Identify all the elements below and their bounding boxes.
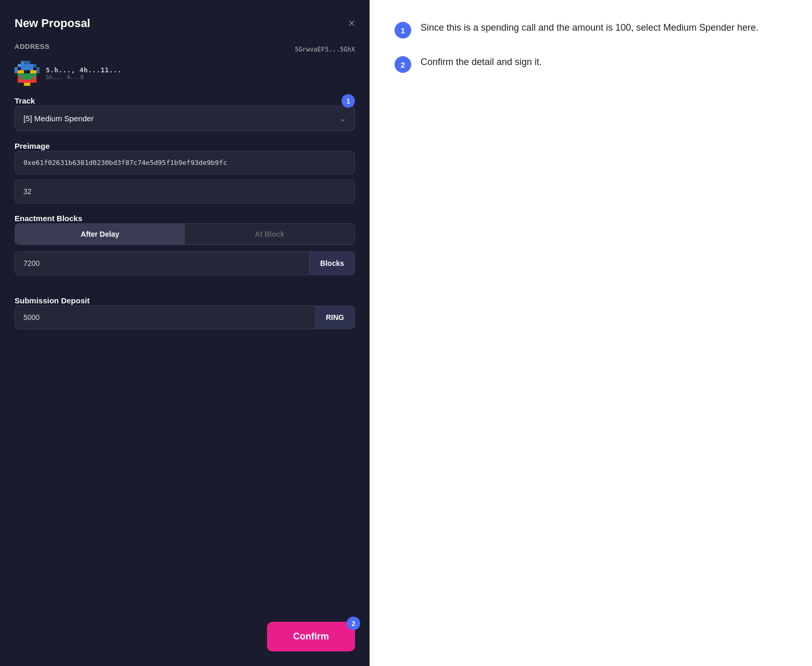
account-row: 5.h..., 4h...11... 5h... 4...8 — [15, 61, 355, 86]
enactment-input-group: Blocks — [15, 251, 355, 275]
bottom-area: Confirm 2 — [15, 617, 355, 651]
preimage-label: Preimage — [15, 142, 50, 150]
enactment-toggle-group: After Delay At Block — [15, 223, 355, 245]
svg-rect-14 — [24, 83, 30, 86]
address-label: Address — [15, 43, 49, 50]
hint-item-1: 1 Since this is a spending call and the … — [395, 21, 787, 39]
submission-section: Submission Deposit RING — [15, 296, 355, 340]
confirm-badge: 2 — [347, 617, 360, 630]
address-value: 5GrwvaEF5...5GhX — [295, 46, 355, 53]
track-label: Track — [15, 96, 35, 105]
track-badge: 1 — [341, 94, 355, 108]
svg-rect-1 — [21, 61, 24, 64]
after-delay-button[interactable]: After Delay — [15, 224, 185, 245]
avatar — [15, 61, 40, 86]
modal-panel: New Proposal × Address 5GrwvaEF5...5GhX — [0, 0, 370, 666]
svg-rect-12 — [18, 76, 21, 83]
hint-text-1: Since this is a spending call and the am… — [421, 21, 758, 35]
preimage-length: 32 — [15, 180, 355, 203]
svg-rect-4 — [21, 64, 33, 70]
svg-rect-6 — [15, 67, 18, 73]
hints-panel: 1 Since this is a spending call and the … — [370, 0, 812, 666]
confirm-label: Confirm — [293, 631, 329, 642]
account-sub: 5h... 4...8 — [46, 74, 122, 81]
svg-rect-8 — [18, 70, 24, 73]
preimage-section: Preimage 0xe61f02631b6381d0230bd3f87c74e… — [15, 142, 355, 203]
svg-rect-9 — [30, 70, 36, 73]
close-button[interactable]: × — [348, 18, 355, 29]
track-value: [5] Medium Spender — [23, 114, 94, 123]
at-block-button[interactable]: At Block — [185, 224, 354, 245]
submission-value-input[interactable] — [15, 306, 315, 329]
svg-rect-2 — [24, 61, 30, 64]
hint-badge-1: 1 — [395, 22, 411, 39]
track-select[interactable]: [5] Medium Spender ⌄ — [15, 106, 355, 131]
enactment-section: Enactment Blocks After Delay At Block Bl… — [15, 214, 355, 286]
enactment-label: Enactment Blocks — [15, 214, 82, 223]
modal-title: New Proposal — [15, 17, 90, 30]
confirm-button[interactable]: Confirm 2 — [267, 622, 355, 651]
enactment-suffix: Blocks — [309, 252, 354, 275]
address-section: Address 5GrwvaEF5...5GhX — [15, 43, 355, 86]
hint-item-2: 2 Confirm the detail and sign it. — [395, 55, 787, 73]
address-row: Address 5GrwvaEF5...5GhX — [15, 43, 355, 56]
modal-header: New Proposal × — [15, 17, 355, 30]
track-section: Track 1 [5] Medium Spender ⌄ — [15, 96, 355, 131]
hint-badge-2: 2 — [395, 56, 411, 73]
preimage-hash: 0xe61f02631b6381d0230bd3f87c74e5d95f1b9e… — [15, 151, 355, 174]
enactment-value-input[interactable] — [15, 252, 309, 275]
svg-rect-11 — [21, 80, 33, 83]
account-info: 5.h..., 4h...11... 5h... 4...8 — [46, 66, 122, 81]
account-name: 5.h..., 4h...11... — [46, 66, 122, 74]
svg-rect-7 — [36, 67, 40, 73]
submission-input-group: RING — [15, 305, 355, 329]
svg-rect-13 — [33, 76, 36, 83]
chevron-down-icon: ⌄ — [339, 113, 346, 123]
submission-suffix: RING — [315, 306, 354, 329]
svg-rect-3 — [18, 64, 21, 67]
svg-rect-5 — [33, 64, 36, 67]
hint-text-2: Confirm the detail and sign it. — [421, 55, 542, 70]
submission-label: Submission Deposit — [15, 296, 90, 305]
